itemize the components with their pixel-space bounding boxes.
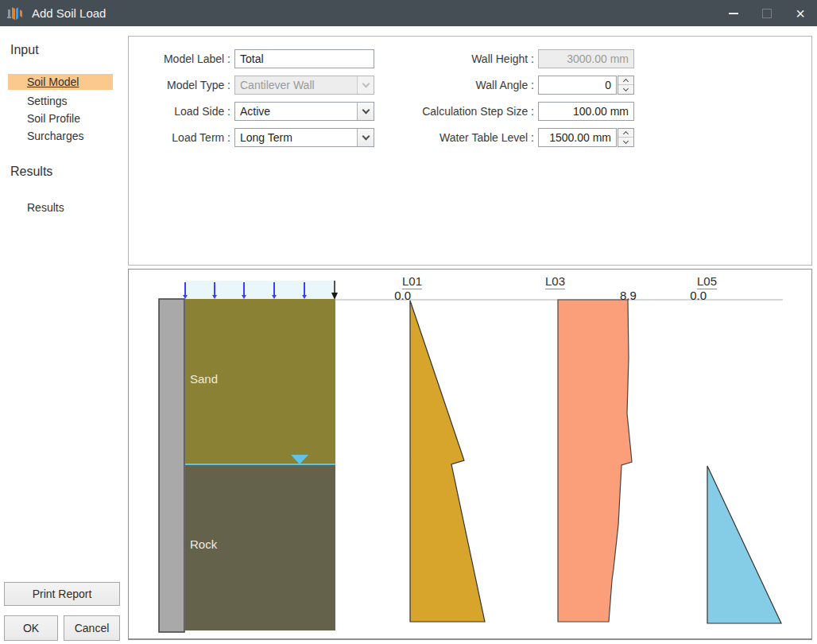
retaining-wall: [159, 299, 184, 632]
spin-up-icon[interactable]: [618, 76, 633, 85]
wall-height-input: 3000.00 mm: [538, 49, 634, 68]
load-label-L01: L01: [402, 274, 422, 289]
title-bar: Add Soil Load ×: [0, 0, 817, 26]
load-value-L03: 8.9: [620, 289, 649, 302]
calc-step-size-input[interactable]: 100.00 mm: [538, 102, 634, 121]
spin-down-icon[interactable]: [618, 138, 633, 146]
model-label-value: Total: [235, 50, 374, 68]
load-value-L05: 0.0: [678, 289, 707, 302]
close-icon: ×: [796, 6, 805, 21]
cancel-button[interactable]: Cancel: [64, 615, 120, 641]
load-value-L01: 0.0: [382, 289, 411, 302]
calc-step-size-label: Calculation Step Size :: [413, 102, 534, 121]
wall-angle-value: 0: [539, 76, 616, 94]
load-shape-L01: [410, 301, 485, 622]
print-report-button[interactable]: Print Report: [4, 582, 120, 606]
load-side-value: Active: [235, 103, 357, 120]
sand-label: Sand: [190, 372, 218, 386]
load-side-label: Load Side :: [135, 102, 230, 121]
load-term-label: Load Term :: [135, 128, 230, 147]
sidebar-item-soil-profile[interactable]: Soil Profile: [8, 111, 113, 126]
calc-step-size-value: 100.00 mm: [539, 103, 633, 120]
load-label-L03: L03: [545, 274, 565, 289]
spin-up-icon[interactable]: [618, 129, 633, 138]
sidebar-item-surcharges[interactable]: Surcharges: [8, 128, 113, 144]
model-type-value: Cantilever Wall: [235, 76, 357, 94]
water-table-level-value: 1500.00 mm: [539, 129, 616, 146]
rock-label: Rock: [190, 537, 218, 551]
close-button[interactable]: ×: [784, 0, 817, 26]
sidebar-item-results[interactable]: Results: [8, 200, 113, 215]
input-form-panel: [128, 36, 812, 266]
maximize-icon: [762, 9, 772, 18]
load-side-select[interactable]: Active: [234, 102, 374, 121]
sidebar-heading-results: Results: [10, 165, 52, 179]
sidebar: Input Soil Model Settings Soil Profile S…: [0, 26, 128, 644]
water-table-level-input[interactable]: 1500.00 mm: [538, 128, 617, 147]
sidebar-item-settings[interactable]: Settings: [8, 93, 113, 109]
load-term-value: Long Term: [235, 129, 357, 146]
chevron-down-icon[interactable]: [357, 103, 374, 120]
wall-angle-spinner[interactable]: [618, 76, 634, 95]
chevron-down-icon[interactable]: [357, 129, 374, 146]
water-table-level-spinner[interactable]: [618, 128, 634, 147]
model-type-label: Model Type :: [135, 76, 230, 95]
soil-load-diagram: Sand Rock: [129, 270, 811, 638]
minimize-icon: [729, 13, 738, 14]
surcharge-band: [185, 281, 335, 299]
wall-angle-input[interactable]: 0: [538, 76, 617, 95]
load-label-L05: L05: [697, 274, 717, 289]
sidebar-item-soil-model[interactable]: Soil Model: [8, 74, 113, 90]
load-shape-L03: [558, 300, 632, 622]
spin-down-icon[interactable]: [618, 85, 633, 94]
minimize-button[interactable]: [717, 0, 750, 26]
window-title: Add Soil Load: [32, 6, 717, 20]
wall-height-label: Wall Height :: [413, 49, 534, 68]
wall-height-value: 3000.00 mm: [539, 50, 633, 68]
model-type-select: Cantilever Wall: [234, 76, 374, 95]
chevron-down-icon: [357, 76, 374, 94]
water-table-level-label: Water Table Level :: [413, 128, 534, 147]
load-term-select[interactable]: Long Term: [234, 128, 374, 147]
app-icon: [6, 6, 25, 21]
ok-button[interactable]: OK: [4, 615, 58, 641]
maximize-button: [750, 0, 784, 26]
model-label-label: Model Label :: [135, 49, 230, 68]
load-shape-L05: [707, 466, 781, 623]
wall-angle-label: Wall Angle :: [413, 76, 534, 95]
model-label-input[interactable]: Total: [234, 49, 374, 68]
sidebar-heading-input: Input: [10, 43, 39, 57]
